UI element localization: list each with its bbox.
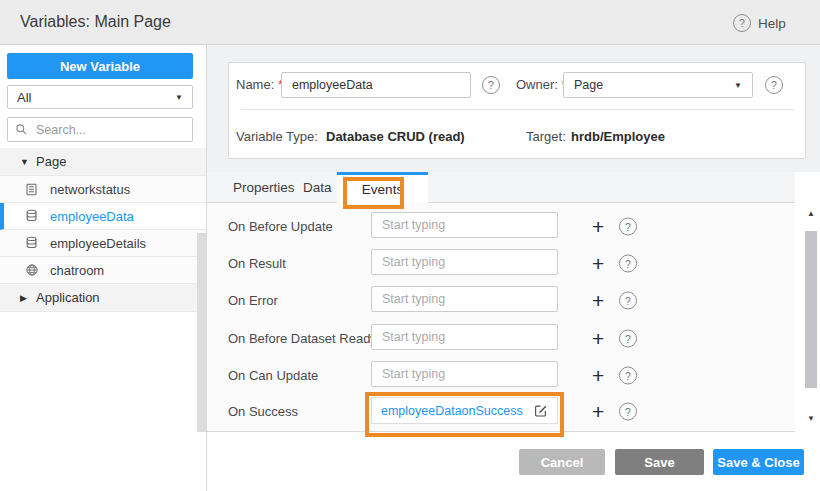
event-row-on-error: On Error + ? bbox=[207, 286, 795, 313]
on-success-value-box: employeeDataonSuccess bbox=[371, 397, 558, 424]
websocket-icon bbox=[25, 263, 39, 277]
variable-search[interactable] bbox=[7, 117, 193, 142]
chevron-down-icon: ▼ bbox=[734, 81, 742, 90]
event-help-icon[interactable]: ? bbox=[619, 254, 637, 272]
help-button[interactable]: ? Help bbox=[733, 14, 786, 32]
add-action-icon[interactable]: + bbox=[592, 327, 604, 348]
new-variable-button[interactable]: New Variable bbox=[7, 53, 193, 79]
name-field[interactable] bbox=[281, 72, 471, 98]
owner-help-icon[interactable]: ? bbox=[765, 76, 783, 94]
tree-group-label: Page bbox=[36, 154, 66, 169]
owner-value: Page bbox=[574, 78, 603, 92]
event-help-icon[interactable]: ? bbox=[619, 366, 637, 384]
on-success-action-link[interactable]: employeeDataonSuccess bbox=[381, 404, 523, 418]
cancel-button[interactable]: Cancel bbox=[519, 449, 605, 475]
variable-type-value: Database CRUD (read) bbox=[326, 129, 465, 144]
owner-select[interactable]: Page ▼ bbox=[563, 72, 753, 98]
dialog-footer: Cancel Save Save & Close bbox=[207, 433, 820, 491]
add-action-icon[interactable]: + bbox=[592, 252, 604, 273]
event-label: On Result bbox=[228, 255, 286, 270]
variable-filter-select[interactable]: All ▼ bbox=[7, 85, 193, 109]
event-help-icon[interactable]: ? bbox=[619, 291, 637, 309]
variable-type-label: Variable Type: bbox=[236, 129, 318, 144]
tree-item-label: employeeData bbox=[50, 209, 134, 224]
event-row-on-before-dataset-ready: On Before Dataset Ready + ? bbox=[207, 324, 795, 351]
tree-group-label: Application bbox=[36, 290, 100, 305]
tab-properties[interactable]: Properties bbox=[233, 172, 295, 203]
tree-item-networkstatus[interactable]: networkstatus bbox=[0, 176, 206, 203]
tab-events[interactable]: Events bbox=[337, 172, 428, 203]
event-help-icon[interactable]: ? bbox=[619, 217, 637, 235]
tab-bar: Properties Data Events bbox=[207, 172, 795, 203]
event-help-icon[interactable]: ? bbox=[619, 329, 637, 347]
triangle-down-icon: ▼ bbox=[20, 157, 29, 167]
search-icon bbox=[15, 123, 28, 136]
event-row-on-can-update: On Can Update + ? bbox=[207, 361, 795, 388]
owner-label: Owner: * bbox=[516, 77, 567, 92]
on-result-input[interactable] bbox=[371, 249, 558, 275]
event-label: On Success bbox=[228, 403, 298, 418]
add-action-icon[interactable]: + bbox=[592, 400, 604, 421]
tree-item-employeedetails[interactable]: employeeDetails bbox=[0, 230, 206, 257]
event-row-on-result: On Result + ? bbox=[207, 249, 795, 276]
events-panel: On Before Update + ? On Result + ? On Er… bbox=[207, 203, 795, 432]
edit-icon[interactable] bbox=[533, 403, 548, 418]
model-variable-icon bbox=[25, 183, 38, 196]
variable-summary-card: Name: * ? Owner: * Page ▼ ? Variable Typ… bbox=[228, 62, 806, 159]
target-label: Target: bbox=[526, 129, 566, 144]
tree-item-employeedata[interactable]: employeeData bbox=[0, 203, 206, 230]
help-label: Help bbox=[758, 16, 786, 31]
event-label: On Error bbox=[228, 292, 278, 307]
name-label: Name: * bbox=[236, 77, 283, 92]
variable-filter-value: All bbox=[17, 90, 31, 105]
add-action-icon[interactable]: + bbox=[592, 289, 604, 310]
name-help-icon[interactable]: ? bbox=[482, 76, 500, 94]
tree-item-chatroom[interactable]: chatroom bbox=[0, 257, 206, 284]
event-help-icon[interactable]: ? bbox=[619, 402, 637, 420]
variables-tree: ▼ Page networkstatus employeeData bbox=[0, 148, 206, 312]
add-action-icon[interactable]: + bbox=[592, 215, 604, 236]
database-icon bbox=[25, 209, 39, 223]
save-and-close-button[interactable]: Save & Close bbox=[713, 449, 804, 475]
triangle-right-icon: ▶ bbox=[20, 293, 27, 303]
add-action-icon[interactable]: + bbox=[592, 364, 604, 385]
event-label: On Can Update bbox=[228, 367, 318, 382]
chevron-down-icon: ▼ bbox=[175, 93, 183, 102]
card-divider bbox=[241, 109, 794, 110]
tree-group-application[interactable]: ▶ Application bbox=[0, 284, 206, 312]
search-input[interactable] bbox=[34, 122, 178, 138]
tree-group-page[interactable]: ▼ Page bbox=[0, 148, 206, 176]
tree-item-label: networkstatus bbox=[50, 182, 130, 197]
help-icon: ? bbox=[733, 14, 751, 32]
sidebar-scrollbar-thumb[interactable] bbox=[197, 233, 206, 432]
on-can-update-input[interactable] bbox=[371, 361, 558, 387]
scroll-up-icon[interactable]: ▲ bbox=[802, 209, 820, 218]
on-before-update-input[interactable] bbox=[371, 212, 558, 238]
target-value: hrdb/Employee bbox=[571, 129, 665, 144]
save-button[interactable]: Save bbox=[615, 449, 704, 475]
tree-item-label: employeeDetails bbox=[50, 236, 146, 251]
page-title: Variables: Main Page bbox=[20, 13, 171, 31]
variables-sidebar: New Variable All ▼ ▼ Page networkstatus bbox=[0, 45, 207, 491]
scrollbar-thumb[interactable] bbox=[805, 231, 817, 388]
event-label: On Before Dataset Ready bbox=[228, 330, 377, 345]
event-row-on-success: On Success employeeDataonSuccess + ? bbox=[207, 397, 795, 424]
scroll-down-icon[interactable]: ▼ bbox=[802, 414, 820, 423]
event-label: On Before Update bbox=[228, 218, 333, 233]
on-before-dataset-ready-input[interactable] bbox=[371, 324, 558, 350]
event-row-on-before-update: On Before Update + ? bbox=[207, 212, 795, 239]
on-error-input[interactable] bbox=[371, 286, 558, 312]
database-icon bbox=[25, 236, 39, 250]
dialog-header: Variables: Main Page ? Help bbox=[0, 0, 820, 45]
events-scrollbar[interactable]: ▲ ▼ bbox=[802, 203, 820, 432]
tab-data[interactable]: Data bbox=[303, 172, 332, 203]
tree-item-label: chatroom bbox=[50, 263, 104, 278]
